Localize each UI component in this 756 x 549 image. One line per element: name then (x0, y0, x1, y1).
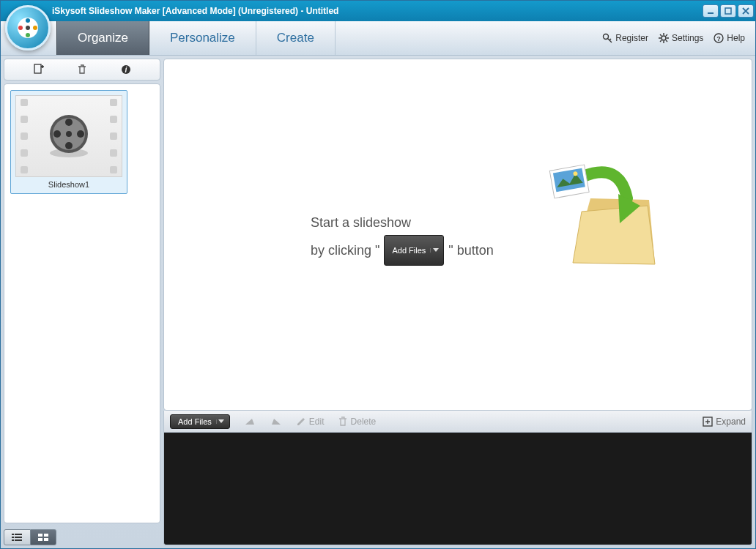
key-icon (602, 33, 612, 43)
info-button[interactable]: i (116, 61, 136, 78)
film-toolbar: Add Files Edit Delete (163, 411, 752, 433)
register-button[interactable]: Register (602, 33, 648, 43)
svg-point-21 (53, 130, 61, 138)
dropdown-arrow-icon (216, 419, 226, 424)
hint-line1: Start a slideshow (311, 210, 494, 235)
delete-button[interactable]: Delete (338, 417, 377, 427)
svg-point-19 (77, 130, 84, 138)
grid-view-icon (38, 534, 48, 541)
edit-label: Edit (309, 417, 325, 427)
close-icon (742, 7, 749, 15)
svg-rect-26 (15, 537, 22, 538)
svg-rect-28 (15, 539, 22, 541)
tab-create[interactable]: Create (256, 21, 336, 55)
svg-rect-23 (12, 534, 14, 535)
svg-point-3 (26, 18, 30, 23)
filmstrip[interactable] (163, 433, 752, 545)
header-right: Register Settings ? Help (602, 21, 755, 55)
maximize-button[interactable] (720, 4, 736, 18)
addfiles-label: Add Files (178, 417, 212, 426)
delete-label: Delete (351, 417, 377, 427)
help-icon: ? (714, 33, 724, 43)
help-button[interactable]: ? Help (714, 33, 745, 43)
body: i (1, 56, 755, 548)
edit-button[interactable]: Edit (296, 417, 325, 427)
svg-point-4 (33, 26, 37, 30)
rotate-right-button[interactable] (270, 417, 283, 427)
addfiles-button[interactable]: Add Files (170, 414, 230, 429)
register-label: Register (615, 33, 648, 43)
rotate-left-icon (243, 417, 256, 427)
rotate-right-icon (270, 417, 283, 427)
tab-personalize[interactable]: Personalize (149, 21, 256, 55)
hint-line2-suffix: " button (448, 238, 493, 263)
main-area: Start a slideshow by clicking " Add File… (163, 59, 752, 545)
add-page-icon (33, 64, 45, 75)
dropdown-arrow-icon (430, 248, 440, 253)
help-label: Help (727, 33, 745, 43)
svg-rect-29 (38, 534, 42, 537)
rotate-left-button[interactable] (243, 417, 256, 427)
svg-rect-1 (725, 8, 731, 14)
thumb-preview (15, 95, 122, 177)
view-list-button[interactable] (4, 529, 31, 545)
tab-organize[interactable]: Organize (56, 21, 149, 55)
app-logo (5, 5, 51, 51)
svg-point-22 (66, 131, 72, 137)
view-grid-button[interactable] (31, 529, 57, 545)
svg-rect-0 (708, 12, 714, 14)
sidebar-toolbar: i (4, 59, 160, 81)
hint-area: Start a slideshow by clicking " Add File… (164, 59, 752, 410)
info-icon: i (121, 64, 131, 75)
svg-point-5 (26, 33, 30, 37)
add-slideshow-button[interactable] (29, 61, 48, 78)
svg-text:i: i (125, 66, 127, 74)
svg-rect-12 (34, 64, 41, 73)
hint-line2: by clicking " Add Files " button (311, 235, 494, 266)
svg-text:?: ? (717, 35, 722, 42)
svg-point-20 (65, 142, 73, 149)
hint-addfiles-button[interactable]: Add Files (384, 235, 444, 266)
minimize-button[interactable] (703, 4, 719, 18)
svg-rect-27 (12, 539, 14, 541)
folder-icon (546, 154, 671, 279)
folder-graphic (546, 154, 671, 279)
svg-rect-31 (38, 538, 42, 541)
svg-rect-25 (12, 537, 14, 538)
titlebar: iSkysoft Slideshow Maker [Advanced Mode]… (1, 1, 755, 21)
svg-point-6 (18, 26, 23, 30)
maximize-icon (724, 7, 732, 15)
close-button[interactable] (738, 4, 754, 18)
delete-slideshow-button[interactable] (73, 61, 92, 78)
slideshow-thumb-1[interactable]: Slideshow1 (10, 90, 127, 194)
hint-line2-prefix: by clicking " (311, 238, 379, 263)
sidebar: i (4, 59, 160, 545)
canvas: Start a slideshow by clicking " Add File… (163, 59, 752, 411)
expand-label: Expand (716, 417, 746, 427)
view-toggle (4, 529, 56, 545)
expand-button[interactable]: Expand (703, 417, 746, 427)
nav-tabs: Organize Personalize Create (56, 21, 336, 55)
window-controls (703, 4, 754, 18)
svg-rect-32 (44, 538, 48, 541)
pencil-icon (296, 417, 306, 427)
settings-button[interactable]: Settings (659, 33, 703, 43)
app-window: iSkysoft Slideshow Maker [Advanced Mode]… (0, 0, 756, 549)
header-bar: Organize Personalize Create Register Set… (1, 21, 755, 56)
thumb-caption: Slideshow1 (15, 177, 122, 189)
gear-icon (659, 33, 669, 43)
settings-label: Settings (672, 33, 703, 43)
film-reel-icon (43, 111, 94, 162)
trash-icon (77, 64, 87, 75)
slideshow-list: Slideshow1 (4, 83, 160, 523)
expand-icon (703, 417, 713, 427)
list-view-icon (12, 534, 22, 541)
svg-point-7 (26, 26, 30, 30)
svg-point-18 (65, 119, 73, 126)
trash-icon (338, 417, 348, 427)
hint-text: Start a slideshow by clicking " Add File… (311, 210, 494, 266)
reel-icon (13, 13, 42, 42)
minimize-icon (707, 7, 714, 15)
window-title: iSkysoft Slideshow Maker [Advanced Mode]… (8, 6, 338, 16)
svg-point-9 (662, 36, 666, 40)
